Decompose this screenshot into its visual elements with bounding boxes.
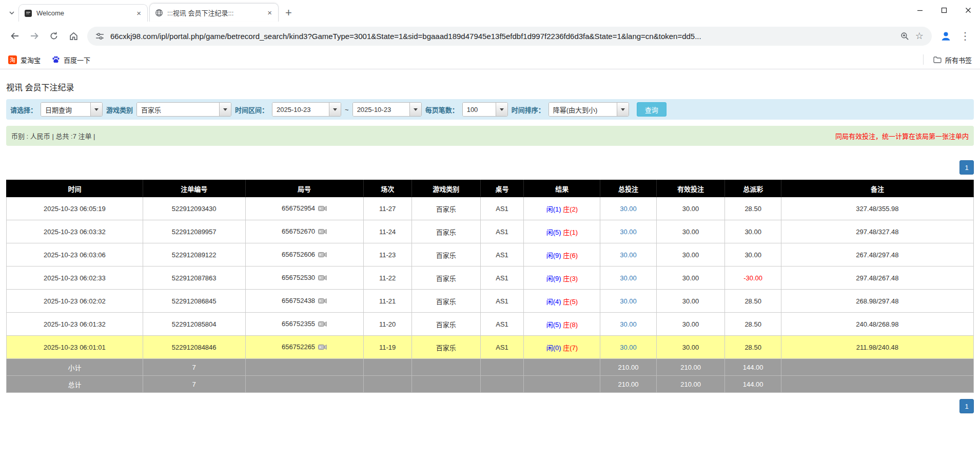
pagination-bottom: 1: [6, 399, 974, 413]
address-bar[interactable]: 66cxkj98.com/ipl/portal.php/game/betreco…: [87, 27, 932, 46]
bookmark-taobao[interactable]: 淘 爱淘宝: [8, 55, 41, 65]
result-player: 闲(9): [546, 275, 561, 282]
back-button[interactable]: [5, 26, 25, 46]
page-size-dropdown-button[interactable]: [496, 103, 507, 116]
date-from-input[interactable]: [272, 103, 329, 116]
total-bet-link[interactable]: 30.00: [620, 228, 637, 236]
cell-table-no: AS1: [480, 197, 524, 220]
total-bet-link[interactable]: 30.00: [620, 297, 637, 305]
total-row: 总计 7 210.00 210.00 144.00: [7, 376, 974, 393]
cell-game-type: 百家乐: [411, 266, 480, 290]
cell-payout: 28.50: [725, 336, 781, 359]
tab-close-icon[interactable]: ×: [266, 8, 273, 17]
sort-input[interactable]: [549, 103, 617, 116]
round-number: 656752670: [282, 227, 315, 235]
query-type-input[interactable]: [41, 103, 90, 116]
cell-total-bet: 30.00: [600, 336, 656, 359]
col-header-note: 备注: [781, 180, 973, 197]
page-size-input[interactable]: [463, 103, 496, 116]
total-bet-link[interactable]: 30.00: [620, 320, 637, 328]
site-settings-icon[interactable]: [95, 32, 104, 41]
cell-total-bet: 30.00: [600, 290, 656, 313]
sort-dropdown-button[interactable]: [617, 103, 629, 116]
table-summary: 小计 7 210.00 210.00 144.00 总计 7: [7, 359, 974, 393]
cell-total-bet: 30.00: [600, 243, 656, 266]
cell-note: 211.98/240.48: [781, 336, 973, 359]
cell-game-type: 百家乐: [411, 290, 480, 313]
browser-menu-icon[interactable]: ⋮: [955, 26, 975, 46]
cell-bet-id: 522912085804: [143, 313, 245, 336]
cell-result: 闲(4) 庄(5): [524, 290, 600, 313]
refresh-button[interactable]: [44, 26, 64, 46]
cell-table-no: AS1: [480, 266, 524, 290]
date-from-dropdown-button[interactable]: [329, 103, 341, 116]
cell-session: 11-19: [363, 336, 411, 359]
page-size-combobox: [462, 102, 508, 117]
page-title: 视讯 会员下注纪录: [6, 81, 980, 93]
cell-bet-id: 522912093430: [143, 197, 245, 220]
filter-bar: 请选择： 游戏类别 时间区间： ~ 每页笔数： 时间排序：: [6, 99, 974, 120]
cell-round-id: 656752530: [245, 266, 363, 290]
game-type-dropdown-button[interactable]: [219, 103, 231, 116]
close-button[interactable]: [956, 0, 980, 21]
currency-summary-text: 币别 : 人民币 | 总共 :7 注单 |: [11, 131, 95, 141]
divider: [923, 54, 924, 65]
profile-avatar-icon[interactable]: [936, 26, 955, 46]
cell-bet-id: 522912087863: [143, 266, 245, 290]
table-header-row: 时间 注单编号 局号 场次 游戏类别 桌号 结果 总投注 有效投注 总派彩 备注: [7, 180, 974, 197]
game-type-input[interactable]: [137, 103, 219, 116]
table-row: 2025-10-23 06:03:06522912089122656752606…: [7, 243, 974, 266]
video-replay-icon[interactable]: [318, 205, 327, 213]
summary-empty-cell: [363, 359, 411, 376]
video-replay-icon[interactable]: [318, 252, 327, 259]
cell-total-bet: 30.00: [600, 197, 656, 220]
cell-time: 2025-10-23 06:01:32: [7, 313, 143, 336]
search-button[interactable]: 查询: [637, 102, 667, 117]
total-bet-link[interactable]: 30.00: [620, 251, 637, 259]
video-replay-icon[interactable]: [318, 275, 327, 282]
cell-valid-bet: 30.00: [656, 220, 725, 243]
minimize-button[interactable]: [908, 0, 932, 21]
cell-note: 268.98/297.48: [781, 290, 973, 313]
cell-valid-bet: 30.00: [656, 290, 725, 313]
tab-title: Welcome: [36, 9, 131, 17]
total-bet-link[interactable]: 30.00: [620, 274, 637, 282]
zoom-icon[interactable]: [900, 32, 909, 41]
bookmark-baidu[interactable]: 百度一下: [52, 55, 90, 65]
summary-empty-cell: [781, 359, 973, 376]
page-button-1[interactable]: 1: [959, 160, 974, 175]
forward-button[interactable]: [25, 26, 44, 46]
subtotal-count: 7: [143, 359, 245, 376]
cell-payout: 30.00: [725, 243, 781, 266]
total-payout: 144.00: [725, 376, 781, 393]
url-text: 66cxkj98.com/ipl/portal.php/game/betreco…: [110, 32, 894, 41]
page-button-1[interactable]: 1: [959, 399, 974, 413]
date-to-dropdown-button[interactable]: [409, 103, 421, 116]
cell-payout: -30.00: [725, 266, 781, 290]
cell-valid-bet: 30.00: [656, 243, 725, 266]
maximize-button[interactable]: [932, 0, 956, 21]
video-replay-icon[interactable]: [318, 321, 327, 329]
result-banker: 庄(2): [563, 205, 578, 213]
globe-favicon-icon: [155, 9, 163, 17]
query-type-dropdown-button[interactable]: [90, 103, 102, 116]
tab-welcome[interactable]: Welcome ×: [18, 4, 148, 22]
tab-close-icon[interactable]: ×: [135, 9, 142, 17]
cell-round-id: 656752355: [245, 313, 363, 336]
total-bet-link[interactable]: 30.00: [620, 205, 637, 213]
cell-result: 闲(0) 庄(7): [524, 336, 600, 359]
tab-search-chevron-icon[interactable]: [5, 4, 18, 22]
summary-empty-cell: [363, 376, 411, 393]
cell-game-type: 百家乐: [411, 197, 480, 220]
video-replay-icon[interactable]: [318, 228, 327, 236]
video-replay-icon[interactable]: [318, 344, 327, 352]
home-button[interactable]: [64, 26, 83, 46]
bookmark-star-icon[interactable]: ☆: [915, 30, 924, 42]
video-replay-icon[interactable]: [318, 298, 327, 306]
tab-betrecord[interactable]: :::视讯 会员下注纪录::: ×: [149, 3, 279, 22]
all-bookmarks-button[interactable]: 所有书签: [923, 54, 972, 65]
cell-payout: 28.50: [725, 197, 781, 220]
new-tab-button[interactable]: +: [285, 7, 292, 18]
total-bet-link[interactable]: 30.00: [620, 344, 637, 351]
date-to-input[interactable]: [353, 103, 409, 116]
